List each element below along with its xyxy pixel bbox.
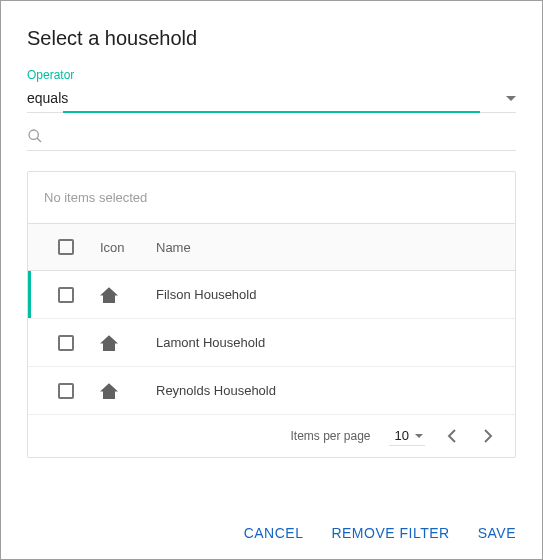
prev-page-button[interactable] (443, 425, 461, 447)
page-size-select[interactable]: 10 (389, 426, 425, 446)
search-input[interactable] (51, 128, 516, 144)
household-table: No items selected Icon Name Filson House… (27, 171, 516, 458)
row-name: Lamont Household (156, 335, 515, 350)
save-button[interactable]: SAVE (478, 525, 516, 541)
svg-line-1 (37, 138, 41, 142)
pagination: Items per page 10 (28, 415, 515, 457)
column-name-header[interactable]: Name (156, 240, 515, 255)
house-icon (100, 383, 156, 399)
table-row[interactable]: Lamont Household (28, 319, 515, 367)
operator-select[interactable]: equals (27, 84, 516, 112)
house-icon (100, 335, 156, 351)
cancel-button[interactable]: CANCEL (244, 525, 304, 541)
items-per-page-label: Items per page (290, 429, 370, 443)
dialog-actions: CANCEL REMOVE FILTER SAVE (27, 505, 516, 541)
operator-label: Operator (27, 68, 516, 82)
column-icon-header[interactable]: Icon (100, 240, 156, 255)
dropdown-arrow-icon (506, 96, 516, 101)
row-checkbox[interactable] (58, 335, 74, 351)
row-checkbox[interactable] (58, 287, 74, 303)
operator-value: equals (27, 90, 506, 106)
table-row[interactable]: Reynolds Household (28, 367, 515, 415)
page-size-value: 10 (395, 428, 409, 443)
remove-filter-button[interactable]: REMOVE FILTER (331, 525, 449, 541)
no-items-selected: No items selected (28, 172, 515, 223)
house-icon (100, 287, 156, 303)
table-body: Filson Household Lamont Household Reynol… (28, 271, 515, 415)
row-name: Filson Household (156, 287, 515, 302)
select-household-dialog: Select a household Operator equals No it… (0, 0, 543, 560)
dialog-title: Select a household (27, 27, 516, 50)
svg-point-0 (29, 130, 38, 139)
next-page-button[interactable] (479, 425, 497, 447)
row-name: Reynolds Household (156, 383, 515, 398)
dropdown-arrow-icon (415, 434, 423, 438)
row-checkbox[interactable] (58, 383, 74, 399)
select-all-checkbox[interactable] (58, 239, 74, 255)
operator-underline (27, 112, 516, 114)
search-icon (27, 128, 43, 144)
table-row[interactable]: Filson Household (28, 271, 515, 319)
table-header-row: Icon Name (28, 223, 515, 271)
search-field[interactable] (27, 128, 516, 151)
